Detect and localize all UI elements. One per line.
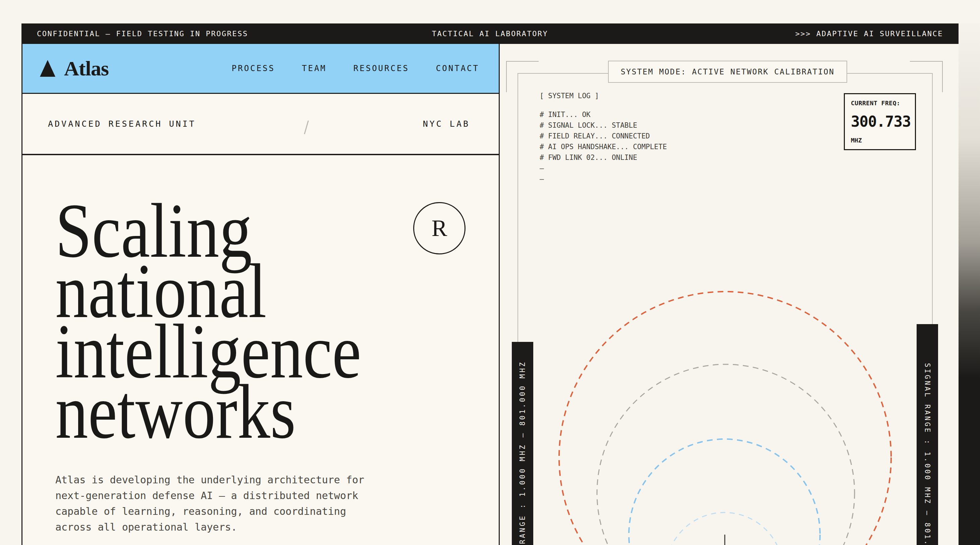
system-log: [ SYSTEM LOG ] # INIT... OK # SIGNAL LOC… xyxy=(539,91,667,184)
triangle-logo-icon xyxy=(40,60,55,77)
radar-circle-third xyxy=(629,439,820,545)
registered-badge-letter: R xyxy=(432,215,447,242)
log-line-handshake: # AI OPS HANDSHAKE... COMPLETE xyxy=(539,141,667,152)
hero-heading: Scaling national intelligence networks xyxy=(55,201,361,442)
confidential-bar-right-text: >>> ADAPTIVE AI SURVEILLANCE xyxy=(795,30,943,38)
nav-item-process[interactable]: PROCESS xyxy=(232,64,275,73)
signal-range-text-left: SIGNAL RANGE : 1.000 MHZ — 801.000 MHZ xyxy=(519,361,527,545)
confidential-bar-center-text: TACTICAL AI LABORATORY xyxy=(432,30,548,38)
confidential-bar-left-text: CONFIDENTIAL — FIELD TESTING IN PROGRESS xyxy=(37,30,248,38)
corner-bracket-top-right-v xyxy=(942,61,943,92)
log-line-fwd-link: # FWD LINK 02... ONLINE xyxy=(539,152,667,163)
signal-range-text-right: SIGNAL RANGE : 1.000 MHZ — 801.000 MHZ xyxy=(923,363,931,545)
signal-range-bar-right: SIGNAL RANGE : 1.000 MHZ — 801.000 MHZ xyxy=(916,324,938,545)
radar-circle-outer xyxy=(559,292,891,545)
current-freq-box: CURRENT FREQ: 300.733 MHZ xyxy=(844,93,916,150)
signal-range-bar-left: SIGNAL RANGE : 1.000 MHZ — 801.000 MHZ xyxy=(512,342,533,545)
corner-bracket-top-left-v xyxy=(506,61,507,92)
confidential-bar: CONFIDENTIAL — FIELD TESTING IN PROGRESS… xyxy=(21,24,959,44)
current-freq-value: 300.733 xyxy=(851,114,909,129)
subheader-row: ADVANCED RESEARCH UNIT NYC LAB xyxy=(22,94,499,155)
hero-paragraph: Atlas is developing the underlying archi… xyxy=(55,472,377,535)
log-line-cursor-2: – xyxy=(539,174,667,184)
system-mode-box: SYSTEM MODE: ACTIVE NETWORK CALIBRATION xyxy=(608,61,847,83)
corner-bracket-top-right-h xyxy=(910,61,943,62)
nav-item-contact[interactable]: CONTACT xyxy=(436,64,479,73)
site-header: Atlas PROCESS TEAM RESOURCES CONTACT xyxy=(22,44,499,94)
left-panel: Atlas PROCESS TEAM RESOURCES CONTACT ADV… xyxy=(21,44,500,545)
brand-name: Atlas xyxy=(64,58,109,79)
log-line-relay: # FIELD RELAY... CONNECTED xyxy=(539,131,667,141)
page-edge-shadow-band xyxy=(959,24,980,545)
nav-item-team[interactable]: TEAM xyxy=(302,64,327,73)
research-unit-label: ADVANCED RESEARCH UNIT xyxy=(48,119,196,129)
radar-circle-second xyxy=(597,364,854,545)
log-line-signal: # SIGNAL LOCK... STABLE xyxy=(539,120,667,131)
system-mode-label: SYSTEM MODE: ACTIVE NETWORK CALIBRATION xyxy=(621,67,835,76)
current-freq-unit: MHZ xyxy=(851,137,909,144)
log-line-init: # INIT... OK xyxy=(539,109,667,120)
log-line-cursor-1: – xyxy=(539,163,667,174)
system-log-title: [ SYSTEM LOG ] xyxy=(539,91,667,101)
atlas-logo[interactable]: Atlas xyxy=(40,58,109,79)
current-freq-label: CURRENT FREQ: xyxy=(851,100,909,106)
lab-location-label: NYC LAB xyxy=(423,119,470,129)
corner-bracket-top-left-h xyxy=(506,61,539,62)
nav-item-resources[interactable]: RESOURCES xyxy=(353,64,409,73)
main-nav: PROCESS TEAM RESOURCES CONTACT xyxy=(232,44,479,93)
registered-badge: R xyxy=(413,202,466,254)
